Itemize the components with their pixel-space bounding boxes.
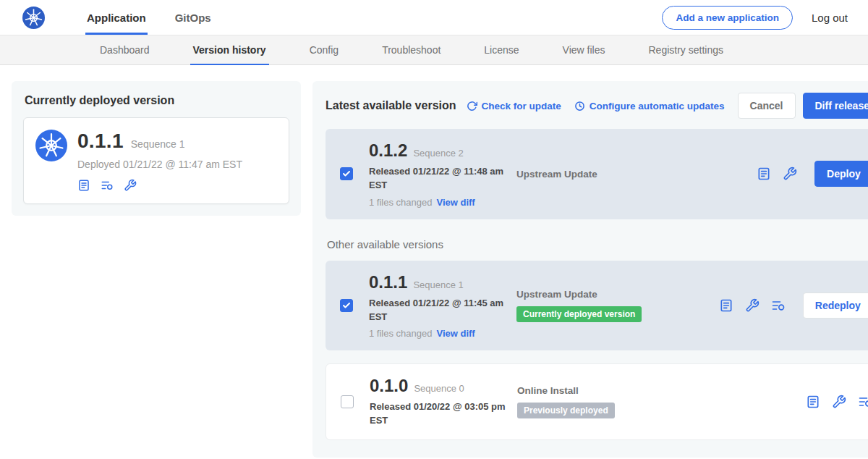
navbar-right: Add a new application Log out: [662, 0, 848, 35]
version-info: 0.1.0 Sequence 0 Released 01/20/22 @ 03:…: [370, 376, 511, 428]
version-source: Online Install: [517, 385, 806, 396]
view-diff-link[interactable]: View diff: [436, 197, 475, 208]
configure-updates-label: Configure automatic updates: [590, 101, 725, 111]
version-row-0-1-0: 0.1.0 Sequence 0 Released 01/20/22 @ 03:…: [326, 363, 868, 440]
diff-icon[interactable]: [771, 298, 786, 313]
nav-tab-application[interactable]: Application: [72, 0, 161, 35]
check-for-update-link[interactable]: Check for update: [467, 101, 561, 111]
version-source-block: Upstream Update: [511, 169, 757, 180]
latest-version-title: Latest available version: [326, 99, 456, 112]
release-notes-icon[interactable]: [719, 298, 733, 313]
version-source-block: Online Install Previously deployed: [511, 385, 806, 418]
release-notes-icon[interactable]: [806, 395, 820, 409]
deployed-version-line: 0.1.1 Sequence 1: [77, 130, 242, 153]
cancel-button[interactable]: Cancel: [738, 93, 796, 119]
released-timestamp: Released 01/21/22 @ 11:48 am EST: [369, 165, 511, 193]
kubernetes-logo[interactable]: [22, 7, 45, 29]
version-history-panel: Latest available version Check for updat…: [312, 81, 868, 458]
released-timestamp: Released 01/21/22 @ 11:45 am EST: [369, 297, 511, 324]
version-row-0-1-1: 0.1.1 Sequence 1 Released 01/21/22 @ 11:…: [326, 261, 868, 351]
preflight-checks-icon[interactable]: [832, 395, 846, 409]
files-changed-count: 1 files changed: [369, 328, 432, 339]
version-line: 0.1.0 Sequence 0: [370, 376, 511, 396]
subnav-item-config[interactable]: Config: [288, 35, 360, 64]
logout-link[interactable]: Log out: [812, 12, 848, 24]
top-navbar: Application GitOps Add a new application…: [0, 0, 868, 35]
subnav-item-view-files[interactable]: View files: [541, 35, 627, 64]
version-sequence: Sequence 1: [413, 279, 463, 290]
version-sequence: Sequence 2: [413, 148, 463, 159]
subnav-label-view-files: View files: [563, 44, 605, 56]
version-info: 0.1.2 Sequence 2 Released 01/21/22 @ 11:…: [369, 140, 511, 208]
deploy-button[interactable]: Deploy: [814, 161, 868, 187]
nav-tab-gitops[interactable]: GitOps: [161, 0, 226, 35]
version-checkbox-0-1-2[interactable]: [340, 167, 353, 180]
app-subnav: Dashboard Version history Config Trouble…: [0, 35, 868, 65]
version-line: 0.1.1 Sequence 1: [369, 272, 511, 292]
panel-header: Latest available version Check for updat…: [326, 93, 868, 119]
deployed-sequence: Sequence 1: [131, 138, 185, 150]
main-content: Currently deployed version 0.1.1: [0, 65, 868, 459]
subnav-label-dashboard: Dashboard: [100, 44, 150, 56]
subnav-item-registry-settings[interactable]: Registry settings: [626, 35, 744, 64]
primary-nav: Application GitOps: [72, 0, 226, 35]
subnav-label-config: Config: [310, 44, 339, 56]
view-diff-link[interactable]: View diff: [436, 328, 475, 339]
version-actions: [806, 395, 868, 409]
version-source: Upstream Update: [516, 169, 757, 180]
version-row-0-1-2: 0.1.2 Sequence 2 Released 01/21/22 @ 11:…: [326, 129, 868, 219]
version-checkbox-0-1-0[interactable]: [341, 395, 354, 408]
kubernetes-app-icon: [35, 130, 67, 161]
kubernetes-logo-icon: [22, 7, 45, 29]
diff-releases-button[interactable]: Diff releases: [803, 93, 868, 119]
check-icon: [342, 301, 351, 310]
version-sequence: Sequence 0: [414, 383, 464, 394]
currently-deployed-badge: Currently deployed version: [516, 306, 642, 322]
version-info: 0.1.1 Sequence 1 Released 01/21/22 @ 11:…: [369, 272, 511, 340]
other-versions-title: Other available versions: [327, 238, 868, 250]
check-icon: [342, 169, 351, 178]
version-number: 0.1.2: [369, 140, 407, 161]
version-source-block: Upstream Update Currently deployed versi…: [511, 289, 719, 322]
version-actions: Deploy: [757, 161, 868, 187]
add-application-button[interactable]: Add a new application: [662, 6, 793, 30]
currently-deployed-card: Currently deployed version 0.1.1: [12, 81, 301, 216]
subnav-item-dashboard[interactable]: Dashboard: [78, 35, 171, 64]
version-source: Upstream Update: [516, 289, 719, 300]
files-changed-line: 1 files changedView diff: [369, 197, 511, 208]
deployed-info: 0.1.1 Sequence 1 Deployed 01/21/22 @ 11:…: [77, 130, 242, 192]
configure-updates-link[interactable]: Configure automatic updates: [574, 101, 725, 111]
version-number: 0.1.1: [369, 272, 407, 292]
version-checkbox-0-1-1[interactable]: [340, 299, 353, 312]
preflight-checks-icon[interactable]: [783, 167, 797, 181]
nav-tab-gitops-label: GitOps: [175, 12, 211, 24]
diff-icon[interactable]: [858, 395, 868, 409]
previously-deployed-badge: Previously deployed: [517, 403, 615, 418]
deployed-version-number: 0.1.1: [77, 130, 124, 153]
subnav-item-troubleshoot[interactable]: Troubleshoot: [360, 35, 462, 64]
preflight-checks-icon[interactable]: [124, 179, 137, 192]
redeploy-button[interactable]: Redeploy: [803, 292, 868, 319]
preflight-checks-icon[interactable]: [745, 298, 760, 313]
deployed-version-card: 0.1.1 Sequence 1 Deployed 01/21/22 @ 11:…: [23, 117, 289, 204]
subnav-label-version-history: Version history: [193, 44, 266, 56]
files-changed-count: 1 files changed: [369, 197, 432, 208]
subnav-label-troubleshoot: Troubleshoot: [382, 44, 441, 56]
subnav-item-license[interactable]: License: [462, 35, 540, 64]
clock-icon: [574, 101, 585, 111]
released-timestamp: Released 01/20/22 @ 03:05 pm EST: [370, 400, 511, 428]
currently-deployed-title: Currently deployed version: [25, 94, 288, 107]
subnav-label-license: License: [484, 44, 519, 56]
version-line: 0.1.2 Sequence 2: [369, 140, 511, 161]
check-for-update-label: Check for update: [482, 101, 561, 111]
release-notes-icon[interactable]: [757, 167, 771, 181]
deployed-timestamp: Deployed 01/21/22 @ 11:47 am EST: [77, 159, 242, 170]
nav-tab-application-label: Application: [87, 12, 146, 24]
subnav-item-version-history[interactable]: Version history: [171, 35, 288, 64]
diff-icon[interactable]: [101, 179, 114, 192]
release-notes-icon[interactable]: [77, 179, 90, 192]
version-actions: Redeploy: [719, 292, 868, 319]
deployed-action-icons: [77, 179, 242, 192]
version-number: 0.1.0: [370, 376, 408, 396]
files-changed-line: 1 files changedView diff: [369, 328, 511, 339]
